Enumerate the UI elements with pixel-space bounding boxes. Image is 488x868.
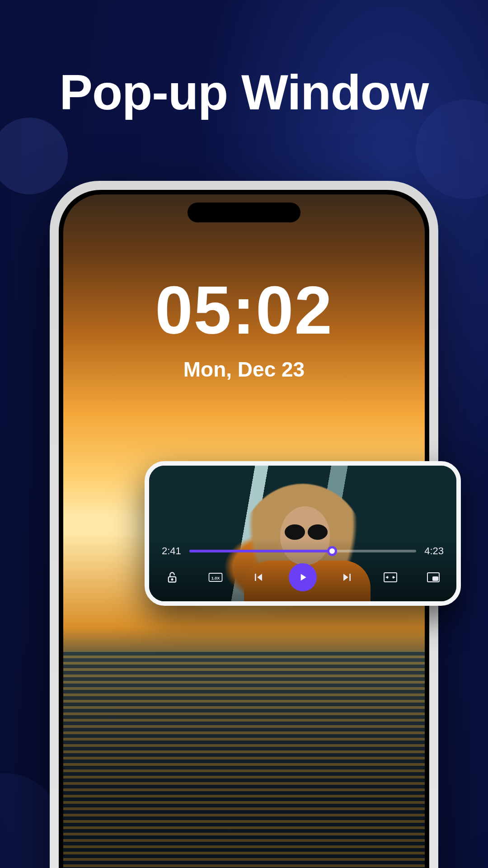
skip-previous-icon <box>251 570 266 585</box>
lockscreen-date: Mon, Dec 23 <box>63 357 425 382</box>
page-title: Pop-up Window <box>0 63 488 121</box>
lock-icon <box>166 571 178 584</box>
elapsed-time: 2:41 <box>162 545 181 557</box>
duration-time: 4:23 <box>424 545 444 557</box>
seek-bar-fill <box>189 550 332 552</box>
aspect-ratio-icon <box>383 571 398 583</box>
svg-rect-5 <box>433 577 438 580</box>
lock-button[interactable] <box>162 567 183 588</box>
progress-row: 2:41 4:23 <box>162 545 444 557</box>
speed-icon: 1.0X <box>208 572 223 583</box>
decorative-circle <box>0 118 68 194</box>
play-icon <box>297 571 309 583</box>
video-thumbnail[interactable]: 2:41 4:23 1.0X <box>149 466 456 601</box>
speed-button[interactable]: 1.0X <box>205 567 226 588</box>
svg-point-1 <box>172 579 173 580</box>
playback-center-group <box>248 563 357 591</box>
speed-label: 1.0X <box>211 576 220 580</box>
pip-button[interactable] <box>423 567 444 588</box>
seek-bar[interactable] <box>189 550 416 552</box>
previous-button[interactable] <box>248 567 269 588</box>
buttons-row: 1.0X <box>162 563 444 591</box>
picture-in-picture-icon <box>427 571 440 583</box>
next-button[interactable] <box>337 567 357 588</box>
wallpaper-sea <box>63 651 425 868</box>
play-button[interactable] <box>289 563 317 591</box>
player-controls: 2:41 4:23 1.0X <box>149 539 456 601</box>
aspect-ratio-button[interactable] <box>380 567 401 588</box>
seek-bar-thumb[interactable] <box>327 546 337 556</box>
popup-player-window[interactable]: 2:41 4:23 1.0X <box>145 461 461 606</box>
phone-notch <box>188 203 300 222</box>
lockscreen-time: 05:02 <box>63 271 425 349</box>
video-person-sunglasses <box>285 524 328 540</box>
skip-next-icon <box>340 570 354 585</box>
